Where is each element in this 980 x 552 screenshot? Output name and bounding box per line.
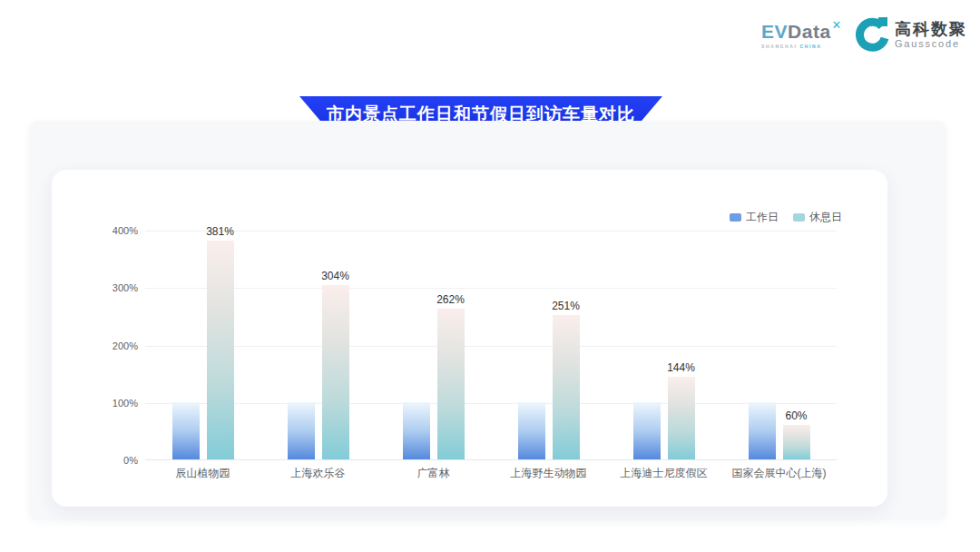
legend-item-workday[interactable]: 工作日 [730, 210, 779, 225]
bar-workday [172, 402, 200, 459]
bar-restday: 144% [668, 377, 695, 459]
chart-plot-area: 381%304%262%251%144%60% [145, 231, 837, 460]
legend-marker-restday [793, 213, 805, 222]
bar-value-label: 60% [785, 409, 807, 422]
bar-group: 251% [491, 231, 606, 459]
chart-legend: 工作日休息日 [730, 210, 842, 225]
bar-groups: 381%304%262%251%144%60% [145, 231, 837, 459]
gausscode-g-icon [855, 16, 889, 53]
evdata-subtext: SHANGHAI CHINA [761, 44, 821, 49]
bar-workday [518, 402, 545, 459]
bar-workday [633, 402, 661, 459]
bar-group: 144% [606, 231, 721, 459]
gausscode-text: 高科数聚 Gausscode [895, 20, 967, 50]
bar-workday [403, 402, 430, 459]
bar-value-label: 262% [436, 293, 465, 306]
bar-restday: 251% [553, 315, 580, 459]
x-axis-category-label: 上海欢乐谷 [260, 466, 376, 481]
evdata-data-text: Data [788, 21, 831, 43]
evdata-wordmark: EVData✕ [761, 21, 842, 43]
bar-workday [749, 402, 776, 459]
gausscode-cn: 高科数聚 [895, 20, 967, 38]
bar-restday: 60% [783, 425, 810, 459]
legend-marker-workday [730, 213, 741, 222]
x-axis-category-label: 上海野生动物园 [491, 466, 606, 481]
x-axis-category-label: 广富林 [376, 466, 491, 481]
chart-panel: 工作日休息日 0%100%200%300%400% 381%304%262%25… [29, 121, 946, 520]
legend-item-restday[interactable]: 休息日 [793, 210, 842, 225]
evdata-logo: EVData✕ SHANGHAI CHINA [761, 21, 842, 49]
y-axis-tick-label: 100% [113, 398, 138, 409]
bar-group: 60% [721, 231, 837, 459]
legend-label-workday: 工作日 [746, 210, 779, 225]
bar-group: 262% [376, 231, 491, 459]
bar-value-label: 381% [206, 225, 234, 238]
bar-restday: 262% [437, 309, 465, 459]
chart-card: 工作日休息日 0%100%200%300%400% 381%304%262%25… [52, 170, 887, 507]
x-axis: 辰山植物园上海欢乐谷广富林上海野生动物园上海迪士尼度假区国家会展中心(上海) [145, 466, 837, 481]
y-axis-tick-label: 0% [123, 455, 138, 466]
evdata-ev-text: EV [761, 21, 788, 43]
bar-value-label: 304% [321, 270, 349, 282]
bar-workday [288, 402, 315, 459]
bar-restday: 381% [207, 241, 234, 459]
x-axis-category-label: 国家会展中心(上海) [721, 466, 837, 481]
gausscode-logo: 高科数聚 Gausscode [855, 16, 967, 53]
legend-label-restday: 休息日 [809, 210, 842, 225]
y-axis-tick-label: 200% [113, 340, 138, 351]
bar-group: 381% [145, 231, 260, 459]
bar-value-label: 251% [552, 300, 580, 312]
y-axis-tick-label: 400% [113, 225, 138, 236]
page: EVData✕ SHANGHAI CHINA 高科数聚 Gausscode 市内… [0, 0, 980, 552]
gausscode-en: Gausscode [895, 38, 967, 50]
x-axis-category-label: 辰山植物园 [145, 466, 260, 481]
y-axis-tick-label: 300% [113, 282, 138, 293]
evdata-x-icon: ✕ [832, 19, 842, 31]
x-axis-category-label: 上海迪士尼度假区 [606, 466, 721, 481]
header-logos: EVData✕ SHANGHAI CHINA 高科数聚 Gausscode [761, 16, 967, 53]
bar-group: 304% [260, 231, 376, 459]
y-axis: 0%100%200%300%400% [52, 231, 138, 460]
bar-restday: 304% [322, 285, 349, 459]
bar-value-label: 144% [667, 361, 695, 374]
